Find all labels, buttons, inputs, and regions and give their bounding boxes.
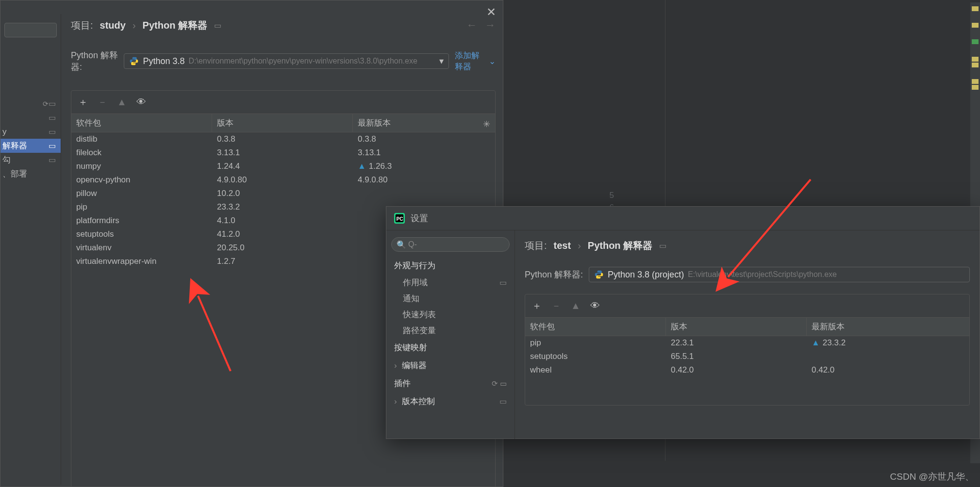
- chevron-down-icon: ⌄: [489, 56, 496, 66]
- sidebar-item-pathvar[interactable]: 路径变量: [386, 323, 515, 339]
- pkg-latest: 3.13.1: [353, 146, 495, 160]
- sidebar-item-notify[interactable]: 通知: [386, 291, 515, 307]
- chevron-down-icon: ▾: [439, 56, 444, 66]
- upgrade-arrow-icon: ▲: [358, 162, 366, 171]
- col-header-latest[interactable]: 最新版本: [807, 318, 969, 336]
- table-row[interactable]: pillow10.2.0: [71, 187, 495, 200]
- breadcrumb-project-label: 项目:: [71, 19, 93, 32]
- interpreter-version: Python 3.8: [143, 56, 184, 66]
- pkg-name: setuptools: [71, 227, 212, 241]
- breadcrumb-page: Python 解释器: [588, 239, 652, 252]
- table-row[interactable]: distlib0.3.80.3.8: [71, 132, 495, 146]
- svg-text:PC: PC: [397, 216, 403, 222]
- remove-package-button[interactable]: －: [98, 96, 107, 109]
- package-toolbar: ＋ － ▲ 👁: [525, 294, 969, 318]
- category-plugins[interactable]: 插件⟳ ▭: [386, 374, 515, 392]
- breadcrumb-separator: ›: [133, 20, 136, 31]
- breadcrumb: 项目: test › Python 解释器 ▭: [525, 239, 970, 252]
- dialog-title: 设置: [411, 212, 428, 224]
- category-appearance[interactable]: 外观与行为: [386, 257, 515, 275]
- upgrade-package-button[interactable]: ▲: [571, 300, 581, 311]
- category-vcs[interactable]: ›版本控制▭: [386, 392, 515, 410]
- sidebar-item-quicklist[interactable]: 快速列表: [386, 307, 515, 323]
- category-editor[interactable]: ›编辑器: [386, 357, 515, 374]
- minimap-marker: [972, 85, 979, 90]
- interpreter-row: Python 解释器: Python 3.8 D:\environment\py…: [71, 49, 496, 73]
- pkg-name: opencv-python: [71, 173, 212, 187]
- pkg-name: virtualenv: [71, 241, 212, 255]
- project-icon: ▭: [214, 21, 221, 30]
- minimap-marker: [972, 6, 979, 11]
- forward-button[interactable]: →: [485, 19, 496, 32]
- loading-spinner-icon: ✳: [483, 119, 490, 130]
- table-row[interactable]: pip22.3.1▲23.3.2: [525, 336, 969, 350]
- upgrade-package-button[interactable]: ▲: [117, 97, 127, 108]
- dialog-body: 🔍 Q- 外观与行为 作用域▭ 通知 快速列表 路径变量 按键映射 ›编辑器 插…: [386, 230, 980, 439]
- gutter-line: 5: [595, 189, 614, 201]
- pkg-version: 23.3.2: [212, 200, 353, 214]
- chevron-right-icon: ›: [394, 361, 397, 371]
- sidebar-item-interpreter[interactable]: 解释器▭: [0, 139, 61, 153]
- minimap-marker: [972, 63, 979, 67]
- sidebar-item[interactable]: ⟳▭: [0, 97, 61, 111]
- col-header-version[interactable]: 版本: [666, 318, 807, 336]
- category-keymap[interactable]: 按键映射: [386, 339, 515, 357]
- remove-package-button[interactable]: －: [551, 299, 561, 312]
- pkg-version: 4.9.0.80: [212, 173, 353, 187]
- col-header-name[interactable]: 软件包: [71, 114, 212, 132]
- minimap-marker: [972, 39, 979, 44]
- search-icon: 🔍: [397, 240, 406, 249]
- table-row[interactable]: wheel0.42.00.42.0: [525, 363, 969, 377]
- package-panel: ＋ － ▲ 👁 软件包 版本 最新版本 pip22.3.1▲23.3.2setu…: [525, 294, 970, 406]
- pkg-version: 0.3.8: [212, 132, 353, 146]
- add-package-button[interactable]: ＋: [532, 299, 542, 312]
- col-header-name[interactable]: 软件包: [525, 318, 666, 336]
- pkg-version: 10.2.0: [212, 187, 353, 200]
- col-header-version[interactable]: 版本: [212, 114, 353, 132]
- project-icon: ▭: [659, 241, 666, 250]
- pkg-version: 3.13.1: [212, 146, 353, 160]
- sidebar-search-input[interactable]: 🔍 Q-: [391, 237, 510, 252]
- breadcrumb-project-label: 项目:: [525, 239, 547, 252]
- add-interpreter-button[interactable]: 添加解释器 ⌄: [455, 50, 496, 72]
- breadcrumb-page: Python 解释器: [143, 19, 207, 32]
- show-early-releases-button[interactable]: 👁: [590, 300, 600, 311]
- table-row[interactable]: numpy1.24.4▲1.26.3: [71, 160, 495, 173]
- close-icon[interactable]: ✕: [486, 5, 496, 19]
- add-package-button[interactable]: ＋: [78, 96, 88, 109]
- interpreter-dropdown[interactable]: Python 3.8 D:\environment\python\pyenv\p…: [124, 53, 449, 69]
- table-row[interactable]: filelock3.13.13.13.1: [71, 146, 495, 160]
- table-row[interactable]: setuptools65.5.1: [525, 350, 969, 363]
- pkg-name: setuptools: [525, 350, 666, 363]
- pkg-latest: [807, 350, 969, 363]
- show-early-releases-button[interactable]: 👁: [136, 97, 146, 108]
- settings-sidebar: ⟳▭ ▭ y▭ 解释器▭ 勾▭ 、部署: [0, 14, 61, 485]
- minimap-marker: [972, 79, 979, 84]
- sidebar-item[interactable]: y▭: [0, 125, 61, 139]
- pkg-name: pillow: [71, 187, 212, 200]
- dialog-titlebar[interactable]: PC 设置: [386, 207, 980, 230]
- breadcrumb-project-name: study: [100, 20, 126, 31]
- interpreter-path: E:\virtualenv\test\project\Scripts\pytho…: [688, 270, 837, 279]
- sidebar-search-input[interactable]: [4, 23, 57, 37]
- interpreter-label: Python 解释器:: [71, 49, 118, 73]
- col-header-latest[interactable]: 最新版本: [353, 114, 495, 132]
- package-table-header: 软件包 版本 最新版本: [525, 318, 969, 336]
- pkg-name: platformdirs: [71, 214, 212, 227]
- pycharm-icon: PC: [394, 213, 405, 224]
- interpreter-version: Python 3.8 (project): [608, 270, 684, 280]
- sidebar-item[interactable]: 、部署: [0, 167, 61, 181]
- table-row[interactable]: opencv-python4.9.0.804.9.0.80: [71, 173, 495, 187]
- python-icon: [594, 270, 604, 279]
- settings-dialog-test: PC 设置 🔍 Q- 外观与行为 作用域▭ 通知 快速列表 路径变量 按键映射 …: [386, 206, 980, 439]
- pkg-version: 1.2.7: [212, 255, 353, 268]
- settings-sidebar: 🔍 Q- 外观与行为 作用域▭ 通知 快速列表 路径变量 按键映射 ›编辑器 插…: [386, 230, 515, 439]
- pkg-latest: 0.3.8: [353, 132, 495, 146]
- back-button[interactable]: ←: [466, 19, 477, 32]
- sidebar-item[interactable]: ▭: [0, 111, 61, 125]
- breadcrumb-project-name: test: [554, 240, 571, 251]
- sidebar-item-scope[interactable]: 作用域▭: [386, 275, 515, 291]
- interpreter-dropdown[interactable]: Python 3.8 (project) E:\virtualenv\test\…: [589, 267, 970, 282]
- sidebar-item[interactable]: 勾▭: [0, 153, 61, 167]
- pkg-version: 41.2.0: [212, 227, 353, 241]
